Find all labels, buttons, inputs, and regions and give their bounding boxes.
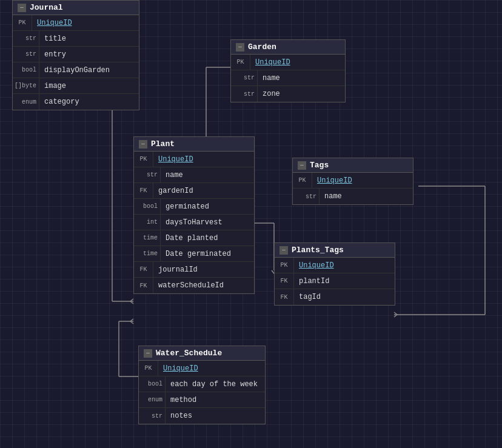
plants-tags-collapse-btn[interactable]: — — [279, 246, 288, 255]
fk-badge: FK — [134, 262, 153, 277]
field-tagid: tagId — [294, 292, 326, 303]
type-badge: str — [13, 31, 39, 46]
pk-badge: PK — [13, 15, 32, 30]
table-row: PK UniqueID — [275, 258, 395, 273]
pk-badge: PK — [275, 258, 294, 273]
field-category: category — [39, 96, 84, 107]
table-row: FK waterScheduleId — [134, 278, 254, 293]
type-badge: time — [134, 230, 161, 246]
field-germinated: germinated — [161, 201, 214, 212]
journal-collapse-btn[interactable]: — — [18, 4, 26, 12]
type-badge: bool — [139, 376, 166, 392]
type-badge: enum — [13, 94, 39, 110]
plant-header: — Plant — [134, 137, 254, 152]
table-row: bool displayOnGarden — [13, 62, 139, 78]
plants-tags-header: — Plants_Tags — [275, 243, 395, 258]
field-method: method — [166, 395, 201, 406]
plants-tags-table: — Plants_Tags PK UniqueID FK plantId FK … — [274, 242, 395, 306]
type-badge: bool — [13, 62, 39, 78]
field-uniqueid: UniqueID — [32, 18, 77, 28]
type-badge: time — [134, 246, 161, 261]
field-title: title — [39, 33, 71, 44]
field-eachdayofweek: each day of the week — [166, 379, 263, 390]
table-row: FK tagId — [275, 289, 395, 305]
garden-collapse-btn[interactable]: — — [236, 43, 244, 52]
field-entry: entry — [39, 49, 71, 60]
fk-badge: FK — [275, 289, 294, 305]
table-row: str name — [293, 189, 413, 204]
field-plantid: plantId — [294, 276, 334, 287]
pk-badge: PK — [231, 55, 250, 70]
water-schedule-table: — Water_Schedule PK UniqueID bool each d… — [138, 346, 266, 424]
table-row: str name — [134, 167, 254, 183]
tags-title: Tags — [310, 161, 329, 170]
table-row: PK UniqueID — [231, 55, 345, 70]
field-name: name — [161, 170, 188, 181]
field-waterscheduleid: waterScheduleId — [153, 280, 229, 291]
field-displayongarden: displayOnGarden — [39, 65, 115, 76]
field-uniqueid: UniqueID — [250, 57, 295, 68]
field-notes: notes — [166, 410, 197, 421]
type-badge: str — [13, 47, 39, 62]
table-row: []byte image — [13, 78, 139, 94]
fk-badge: FK — [134, 278, 153, 293]
type-badge: str — [139, 408, 166, 424]
field-image: image — [39, 81, 71, 92]
field-dateplanted: Date planted — [161, 233, 223, 244]
pk-badge: PK — [293, 173, 312, 188]
water-schedule-header: — Water_Schedule — [139, 346, 265, 361]
fk-badge: FK — [275, 273, 294, 289]
fk-badge: FK — [134, 183, 153, 198]
table-row: enum category — [13, 94, 139, 110]
field-name: name — [258, 73, 285, 84]
table-row: FK plantId — [275, 273, 395, 289]
plant-collapse-btn[interactable]: — — [139, 140, 147, 149]
field-journalid: journalId — [153, 264, 202, 275]
type-badge: enum — [139, 392, 166, 407]
type-badge: str — [231, 86, 258, 102]
table-row: PK UniqueID — [139, 361, 265, 376]
garden-title: Garden — [248, 42, 276, 52]
table-row: PK UniqueID — [134, 152, 254, 167]
type-badge: []byte — [13, 78, 39, 93]
field-dategerminated: Date germinated — [161, 249, 236, 259]
water-schedule-title: Water_Schedule — [156, 349, 222, 358]
journal-header: — Journal — [13, 1, 139, 15]
table-row: time Date planted — [134, 230, 254, 246]
field-uniqueid: UniqueID — [158, 363, 203, 374]
field-gardenid: gardenId — [153, 186, 198, 196]
table-row: str entry — [13, 47, 139, 62]
garden-header: — Garden — [231, 40, 345, 55]
table-row: str zone — [231, 86, 345, 102]
pk-badge: PK — [134, 152, 153, 167]
plant-table: — Plant PK UniqueID str name FK gardenId… — [133, 136, 255, 294]
type-badge: int — [134, 215, 161, 230]
pk-badge: PK — [139, 361, 158, 376]
table-row: enum method — [139, 392, 265, 408]
table-row: PK UniqueID — [13, 15, 139, 31]
table-row: str title — [13, 31, 139, 47]
journal-table: — Journal PK UniqueID str title str entr… — [12, 0, 139, 110]
table-row: FK gardenId — [134, 183, 254, 199]
tags-collapse-btn[interactable]: — — [298, 161, 306, 170]
table-row: bool each day of the week — [139, 376, 265, 392]
plants-tags-title: Plants_Tags — [292, 246, 344, 255]
type-badge: str — [134, 167, 161, 182]
journal-title: Journal — [30, 3, 63, 12]
tags-header: — Tags — [293, 158, 413, 173]
table-row: PK UniqueID — [293, 173, 413, 189]
plant-title: Plant — [151, 139, 175, 149]
type-badge: str — [293, 189, 320, 204]
table-row: str notes — [139, 408, 265, 424]
field-daystoharvest: daysToHarvest — [161, 217, 227, 228]
type-badge: str — [231, 70, 258, 85]
table-row: bool germinated — [134, 199, 254, 215]
field-uniqueid: UniqueID — [312, 175, 357, 186]
field-uniqueid: UniqueID — [153, 154, 198, 165]
field-name: name — [320, 191, 347, 202]
tags-table: — Tags PK UniqueID str name — [292, 158, 413, 205]
water-schedule-collapse-btn[interactable]: — — [144, 349, 152, 358]
table-row: int daysToHarvest — [134, 215, 254, 230]
field-zone: zone — [258, 89, 285, 99]
field-uniqueid: UniqueID — [294, 260, 339, 271]
